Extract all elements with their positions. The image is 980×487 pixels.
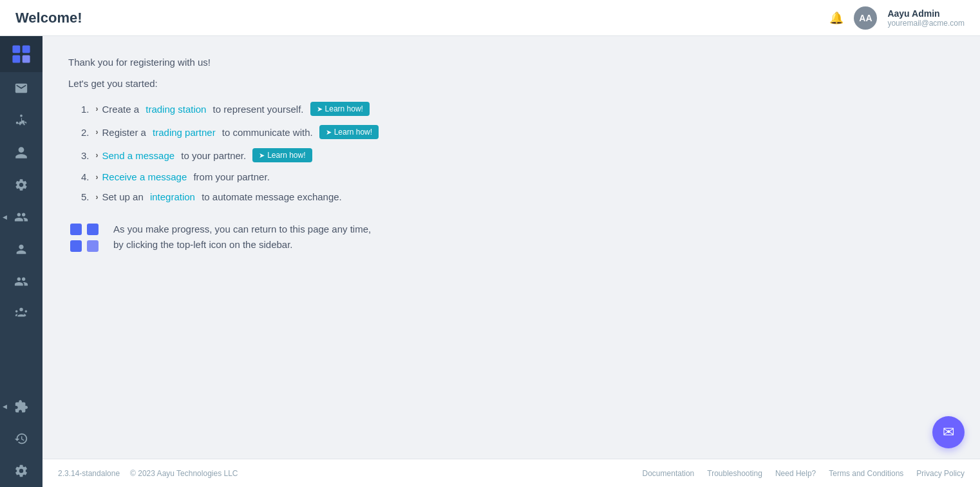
step-4: 4. › Receive a message from your partner…: [81, 171, 954, 182]
learn-arrow-icon: ➤: [317, 105, 323, 113]
step-1-pre: Create a: [102, 104, 142, 115]
step-1-learn-btn[interactable]: ➤ Learn how!: [310, 102, 370, 116]
app-container: ◀ ◀ Thank you fo: [0, 36, 980, 487]
step-3-number: 3.: [81, 150, 90, 161]
step-4-number: 4.: [81, 171, 90, 182]
page-title: Welcome!: [15, 10, 829, 26]
step-1-link[interactable]: trading station: [146, 104, 206, 115]
svg-rect-2: [23, 45, 30, 53]
info-text: As you make progress, you can return to …: [113, 222, 371, 253]
learn-arrow-icon-2: ➤: [326, 128, 332, 137]
info-text-line2: by clicking the top-left icon on the sid…: [113, 239, 293, 250]
footer-link-troubleshooting[interactable]: Troubleshooting: [707, 469, 762, 478]
step-5-link[interactable]: integration: [150, 191, 195, 202]
step-4-post: from your partner.: [191, 171, 270, 182]
user-email: youremail@acme.com: [887, 19, 965, 28]
person-icon: [14, 146, 28, 160]
step-2-link[interactable]: trading partner: [153, 127, 216, 138]
org-icon: [14, 113, 28, 128]
footer-right: Documentation Troubleshooting Need Help?…: [643, 469, 965, 478]
sidebar-item-plugin[interactable]: ◀: [0, 390, 42, 423]
svg-rect-1: [12, 55, 20, 63]
welcome-intro: Thank you for registering with us!: [68, 57, 954, 68]
step-3-chevron: ›: [96, 151, 99, 160]
step-1-chevron: ›: [96, 104, 99, 113]
step-4-link[interactable]: Receive a message: [102, 171, 187, 182]
avatar[interactable]: AA: [854, 6, 877, 30]
sidebar-item-history[interactable]: [0, 423, 42, 455]
sidebar-logo[interactable]: [0, 36, 42, 72]
svg-rect-6: [87, 224, 99, 235]
sidebar-item-gear-cog[interactable]: [0, 455, 42, 487]
group-icon: [14, 307, 28, 321]
footer-link-documentation[interactable]: Documentation: [643, 469, 695, 478]
footer-link-terms[interactable]: Terms and Conditions: [829, 469, 903, 478]
notification-bell-icon[interactable]: 🔔: [829, 11, 843, 25]
svg-rect-0: [12, 45, 20, 53]
info-text-line1: As you make progress, you can return to …: [113, 224, 371, 234]
sidebar-item-team[interactable]: ◀: [0, 201, 42, 233]
sidebar-item-org[interactable]: [0, 104, 42, 137]
sidebar-item-email[interactable]: [0, 72, 42, 104]
svg-rect-3: [23, 55, 30, 63]
settings-icon: [14, 178, 28, 192]
info-logo-icon: [69, 222, 100, 253]
email-icon: [14, 81, 28, 95]
step-5: 5. › Set up an integration to automate m…: [81, 191, 954, 202]
step-1-number: 1.: [81, 104, 90, 115]
header: Welcome! 🔔 AA Aayu Admin youremail@acme.…: [0, 0, 980, 36]
chevron-left-icon: ◀: [3, 214, 7, 220]
learn-arrow-icon-3: ➤: [259, 151, 265, 160]
footer-version: 2.3.14-standalone: [58, 469, 120, 478]
sidebar-item-group[interactable]: [0, 298, 42, 330]
plugin-icon: [14, 399, 28, 414]
step-5-number: 5.: [81, 191, 90, 202]
step-2: 2. › Register a trading partner to commu…: [81, 125, 954, 139]
svg-rect-4: [70, 224, 82, 235]
step-5-pre: Set up an: [102, 191, 146, 202]
step-1: 1. › Create a trading station to represe…: [81, 102, 954, 116]
step-3-link[interactable]: Send a message: [102, 150, 175, 161]
step-3-post: to your partner.: [178, 150, 246, 161]
footer-left: 2.3.14-standalone © 2023 Aayu Technologi…: [58, 469, 238, 478]
team-icon: [14, 210, 28, 224]
step-5-chevron: ›: [96, 193, 99, 202]
step-2-learn-label: Learn how!: [334, 128, 372, 137]
sidebar-item-settings[interactable]: [0, 169, 42, 201]
steps-list: 1. › Create a trading station to represe…: [81, 102, 954, 202]
sidebar-item-people[interactable]: [0, 265, 42, 298]
sidebar-item-user[interactable]: [0, 137, 42, 169]
step-5-post: to automate message exchange.: [199, 191, 342, 202]
step-2-post: to communicate with.: [220, 127, 313, 138]
sidebar: ◀ ◀: [0, 36, 42, 487]
footer-copyright: © 2023 Aayu Technologies LLC: [130, 469, 238, 478]
logo-icon: [10, 43, 32, 65]
user-name: Aayu Admin: [887, 8, 965, 19]
main-wrapper: Thank you for registering with us! Let's…: [42, 36, 980, 487]
fab-button[interactable]: ✉: [932, 416, 965, 448]
step-1-learn-label: Learn how!: [325, 104, 363, 113]
fab-icon: ✉: [943, 424, 954, 441]
info-logo-wrapper: [68, 222, 100, 254]
avatar-initials: AA: [859, 13, 872, 23]
step-1-post: to represent yourself.: [210, 104, 303, 115]
chevron-left-icon-2: ◀: [3, 403, 7, 410]
step-2-learn-btn[interactable]: ➤ Learn how!: [319, 125, 379, 139]
svg-rect-7: [87, 240, 99, 252]
main-content: Thank you for registering with us! Let's…: [42, 36, 980, 459]
step-3-learn-label: Learn how!: [267, 151, 305, 160]
step-4-chevron: ›: [96, 173, 99, 182]
user-info: Aayu Admin youremail@acme.com: [887, 8, 965, 28]
footer-link-privacy[interactable]: Privacy Policy: [916, 469, 965, 478]
single-person-icon: [14, 242, 28, 256]
step-3-learn-btn[interactable]: ➤ Learn how!: [252, 148, 312, 162]
welcome-subtitle: Let's get you started:: [68, 78, 954, 89]
gear-cog-icon: [14, 464, 28, 478]
svg-rect-5: [70, 240, 82, 252]
sidebar-item-person[interactable]: [0, 233, 42, 265]
step-2-chevron: ›: [96, 128, 99, 137]
step-2-pre: Register a: [102, 127, 149, 138]
history-icon: [14, 432, 28, 446]
footer-link-need-help[interactable]: Need Help?: [775, 469, 816, 478]
footer: 2.3.14-standalone © 2023 Aayu Technologi…: [42, 459, 980, 487]
